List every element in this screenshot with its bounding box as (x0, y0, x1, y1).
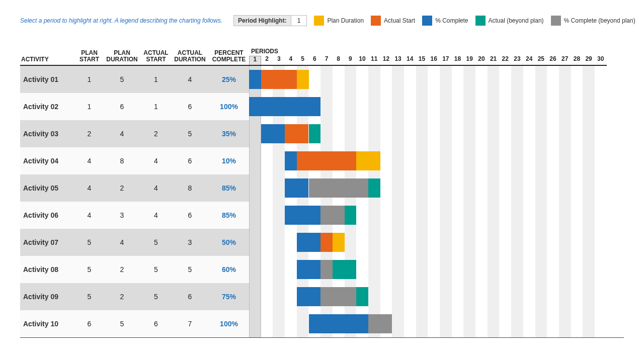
cell-percent-complete[interactable]: 85% (209, 174, 249, 202)
cell-actual-duration[interactable]: 3 (171, 229, 209, 256)
period-number[interactable]: 6 (308, 56, 320, 65)
cell-plan-start[interactable]: 1 (75, 93, 103, 120)
cell-activity-name[interactable]: Activity 01 (20, 66, 75, 93)
cell-activity-name[interactable]: Activity 06 (20, 202, 75, 229)
period-number[interactable]: 4 (285, 56, 297, 65)
cell-actual-duration[interactable]: 6 (171, 93, 209, 120)
bar-complete (309, 314, 369, 333)
cell-actual-duration[interactable]: 4 (171, 66, 209, 93)
cell-plan-duration[interactable]: 5 (103, 66, 141, 93)
period-number[interactable]: 18 (452, 56, 464, 65)
cell-percent-complete[interactable]: 25% (209, 66, 249, 93)
cell-percent-complete[interactable]: 100% (209, 93, 249, 120)
cell-actual-duration[interactable]: 5 (171, 256, 209, 283)
legend-beyond: Actual (beyond plan) (475, 16, 544, 26)
cell-plan-duration[interactable]: 8 (103, 147, 141, 174)
cell-plan-start[interactable]: 6 (75, 310, 103, 337)
cell-actual-duration[interactable]: 6 (171, 147, 209, 174)
cell-activity-name[interactable]: Activity 08 (20, 256, 75, 283)
cell-actual-duration[interactable]: 8 (171, 174, 209, 202)
cell-activity-name[interactable]: Activity 04 (20, 147, 75, 174)
cell-plan-duration[interactable]: 4 (103, 229, 141, 256)
cell-actual-start[interactable]: 4 (141, 174, 171, 202)
period-number[interactable]: 22 (499, 56, 511, 65)
cell-actual-duration[interactable]: 6 (171, 283, 209, 310)
cell-actual-duration[interactable]: 7 (171, 310, 209, 337)
period-number[interactable]: 28 (571, 56, 583, 65)
period-highlight-value[interactable]: 1 (291, 16, 307, 26)
cell-percent-complete[interactable]: 35% (209, 120, 249, 147)
cell-percent-complete[interactable]: 75% (209, 283, 249, 310)
period-number[interactable]: 1 (249, 56, 261, 65)
period-number[interactable]: 16 (428, 56, 440, 65)
period-number[interactable]: 25 (535, 56, 547, 65)
cell-plan-start[interactable]: 5 (75, 229, 103, 256)
period-number[interactable]: 2 (261, 56, 273, 65)
top-toolbar: Select a period to highlight at right. A… (20, 15, 624, 26)
period-number[interactable]: 9 (345, 56, 357, 65)
cell-plan-start[interactable]: 4 (75, 174, 103, 202)
period-number[interactable]: 15 (416, 56, 428, 65)
period-number[interactable]: 10 (356, 56, 368, 65)
cell-percent-complete[interactable]: 50% (209, 229, 249, 256)
cell-plan-duration[interactable]: 2 (103, 256, 141, 283)
period-number[interactable]: 20 (475, 56, 488, 65)
period-number[interactable]: 3 (273, 56, 285, 65)
cell-actual-start[interactable]: 2 (141, 120, 171, 147)
cell-activity-name[interactable]: Activity 03 (20, 120, 75, 147)
period-number[interactable]: 5 (297, 56, 309, 65)
cell-actual-start[interactable]: 4 (141, 202, 171, 229)
cell-activity-name[interactable]: Activity 07 (20, 229, 75, 256)
period-number[interactable]: 24 (523, 56, 535, 65)
cell-plan-start[interactable]: 2 (75, 120, 103, 147)
period-number[interactable]: 14 (404, 56, 416, 65)
cell-plan-start[interactable]: 4 (75, 202, 103, 229)
cell-percent-complete[interactable]: 60% (209, 256, 249, 283)
period-number[interactable]: 12 (380, 56, 392, 65)
period-number[interactable]: 7 (320, 56, 333, 65)
period-number[interactable]: 11 (368, 56, 380, 65)
legend-plan: Plan Duration (314, 16, 364, 26)
period-number[interactable]: 21 (488, 56, 500, 65)
cell-plan-start[interactable]: 4 (75, 147, 103, 174)
cell-plan-duration[interactable]: 2 (103, 174, 141, 202)
cell-actual-start[interactable]: 6 (141, 310, 171, 337)
cell-plan-duration[interactable]: 4 (103, 120, 141, 147)
cell-plan-duration[interactable]: 3 (103, 202, 141, 229)
cell-percent-complete[interactable]: 100% (209, 310, 249, 337)
legend-plan-label: Plan Duration (327, 17, 364, 24)
bar-complete-beyond (320, 260, 333, 279)
gantt-row-chart (249, 147, 607, 174)
cell-actual-start[interactable]: 5 (141, 229, 171, 256)
cell-plan-duration[interactable]: 5 (103, 310, 141, 337)
cell-plan-start[interactable]: 5 (75, 256, 103, 283)
cell-plan-duration[interactable]: 6 (103, 93, 141, 120)
cell-actual-duration[interactable]: 6 (171, 202, 209, 229)
cell-actual-duration[interactable]: 5 (171, 120, 209, 147)
period-number[interactable]: 23 (511, 56, 523, 65)
period-number[interactable]: 13 (392, 56, 404, 65)
cell-actual-start[interactable]: 5 (141, 256, 171, 283)
period-number[interactable]: 29 (583, 56, 595, 65)
cell-activity-name[interactable]: Activity 05 (20, 174, 75, 202)
cell-actual-start[interactable]: 1 (141, 93, 171, 120)
cell-percent-complete[interactable]: 85% (209, 202, 249, 229)
cell-activity-name[interactable]: Activity 09 (20, 283, 75, 310)
cell-actual-start[interactable]: 4 (141, 147, 171, 174)
period-highlight-control[interactable]: Period Highlight: 1 (233, 15, 307, 26)
legend-cbeyond: % Complete (beyond plan) (551, 16, 635, 26)
cell-plan-duration[interactable]: 2 (103, 283, 141, 310)
period-number[interactable]: 8 (333, 56, 345, 65)
period-number[interactable]: 19 (463, 56, 475, 65)
period-number[interactable]: 17 (440, 56, 452, 65)
period-number[interactable]: 26 (547, 56, 559, 65)
cell-actual-start[interactable]: 5 (141, 283, 171, 310)
period-number[interactable]: 27 (559, 56, 571, 65)
cell-actual-start[interactable]: 1 (141, 66, 171, 93)
cell-percent-complete[interactable]: 10% (209, 147, 249, 174)
cell-plan-start[interactable]: 1 (75, 66, 103, 93)
period-number[interactable]: 30 (595, 56, 607, 65)
cell-activity-name[interactable]: Activity 10 (20, 310, 75, 337)
cell-plan-start[interactable]: 5 (75, 283, 103, 310)
cell-activity-name[interactable]: Activity 02 (20, 93, 75, 120)
